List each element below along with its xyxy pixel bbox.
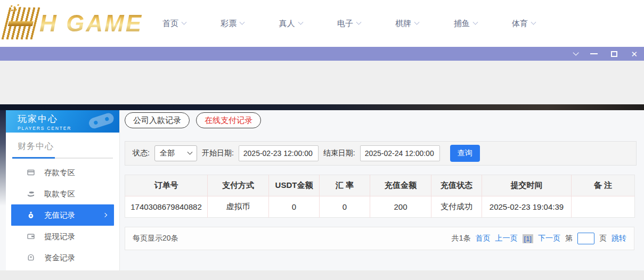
table-row: 1740308679840882 虚拟币 0 0 200 支付成功 2025-0… bbox=[125, 196, 635, 218]
chevron-right-icon bbox=[103, 213, 107, 217]
cell-order-id: 1740308679840882 bbox=[125, 196, 208, 218]
left-shadow-strip bbox=[0, 110, 6, 206]
col-remark: 备 注 bbox=[572, 175, 635, 196]
chevron-down-icon bbox=[187, 149, 192, 154]
deposit-card-icon bbox=[27, 169, 35, 176]
chevron-down-icon bbox=[472, 19, 478, 24]
chevron-down-icon bbox=[240, 19, 245, 24]
chevron-down-icon bbox=[414, 19, 420, 24]
nav-item-chess[interactable]: 棋牌 bbox=[395, 19, 419, 29]
nav-item-fishing[interactable]: 捕鱼 bbox=[454, 19, 477, 29]
cell-recharge-status: 支付成功 bbox=[431, 196, 482, 218]
start-date-input[interactable] bbox=[239, 145, 319, 161]
col-order-id: 订单号 bbox=[125, 175, 208, 196]
players-center-sidebar: 玩家中心 PLAYERS CENTER 财务中心 存款专区 取款专区 充值记录 bbox=[6, 110, 120, 270]
bottom-strip bbox=[0, 270, 644, 280]
sidebar-item-withdrawal-records[interactable]: 提现记录 bbox=[11, 226, 114, 247]
nav-item-sports[interactable]: 体育 bbox=[512, 19, 535, 29]
end-date-input[interactable] bbox=[360, 145, 440, 161]
nav-item-slots[interactable]: 电子 bbox=[337, 19, 361, 29]
prev-page-link[interactable]: 上一页 bbox=[495, 234, 518, 243]
tab-online-payment-records[interactable]: 在线支付记录 bbox=[196, 112, 261, 128]
cell-remark bbox=[572, 196, 635, 218]
pagination-controls: 共1条 首页 上一页 [1] 下一页 第 页 跳转 bbox=[452, 233, 626, 244]
sidebar-menu: 存款专区 取款专区 充值记录 提现记录 资金记录 bbox=[6, 162, 119, 268]
table-header-row: 订单号 支付方式 USDT金额 汇 率 充值金额 充值状态 提交时间 备 注 bbox=[125, 175, 635, 196]
sidebar-header: 玩家中心 PLAYERS CENTER bbox=[6, 110, 119, 133]
logo-text: H GAME bbox=[39, 7, 143, 39]
filter-bar: 状态: 全部 开始日期: 结束日期: 查询 bbox=[125, 141, 637, 166]
sidebar-section-title: 财务中心 bbox=[18, 141, 119, 152]
jump-page-input[interactable] bbox=[577, 233, 594, 244]
site-logo[interactable]: H GAME bbox=[5, 5, 143, 42]
moneybag-icon bbox=[27, 211, 35, 219]
sidebar-divider bbox=[12, 158, 113, 159]
jump-prefix-label: 第 bbox=[565, 234, 573, 243]
withdraw-hand-icon bbox=[27, 190, 35, 197]
col-usdt-amount: USDT金额 bbox=[269, 175, 320, 196]
current-page-badge: [1] bbox=[523, 234, 533, 243]
jump-action-link[interactable]: 跳转 bbox=[612, 234, 626, 243]
window-titlebar: ✕ bbox=[0, 47, 644, 61]
cell-exchange-rate: 0 bbox=[320, 196, 370, 218]
chevron-down-icon bbox=[298, 19, 303, 24]
col-pay-method: 支付方式 bbox=[208, 175, 269, 196]
top-navbar: H GAME 首页 彩票 真人 电子 棋牌 捕鱼 体育 bbox=[0, 0, 644, 47]
first-page-link[interactable]: 首页 bbox=[476, 234, 491, 243]
end-date-label: 结束日期: bbox=[323, 149, 355, 158]
sidebar-item-deposit[interactable]: 存款专区 bbox=[11, 162, 114, 183]
nav-item-lottery[interactable]: 彩票 bbox=[221, 19, 244, 29]
col-exchange-rate: 汇 率 bbox=[320, 175, 370, 196]
start-date-label: 开始日期: bbox=[202, 149, 234, 158]
maximize-icon[interactable] bbox=[611, 51, 617, 57]
cell-submit-time: 2025-02-23 19:04:39 bbox=[482, 196, 572, 218]
minimize-icon[interactable] bbox=[590, 53, 598, 54]
purse-icon bbox=[27, 254, 35, 261]
close-icon[interactable]: ✕ bbox=[631, 50, 638, 58]
sidebar-item-recharge-records[interactable]: 充值记录 bbox=[11, 204, 114, 226]
search-button[interactable]: 查询 bbox=[450, 145, 480, 162]
status-label: 状态: bbox=[133, 149, 150, 158]
per-page-label: 每页显示20条 bbox=[133, 234, 178, 243]
record-tabs: 公司入款记录 在线支付记录 bbox=[125, 112, 637, 128]
main-region: 玩家中心 PLAYERS CENTER 财务中心 存款专区 取款专区 充值记录 bbox=[0, 110, 644, 280]
chevron-down-icon bbox=[531, 19, 536, 24]
pagination-bar: 每页显示20条 共1条 首页 上一页 [1] 下一页 第 页 跳转 bbox=[125, 227, 634, 250]
nav-item-live[interactable]: 真人 bbox=[279, 19, 303, 29]
col-recharge-amount: 充值金额 bbox=[370, 175, 431, 196]
sidebar-item-withdraw-zone[interactable]: 取款专区 bbox=[11, 183, 114, 204]
chevron-down-icon bbox=[356, 19, 362, 24]
total-count: 共1条 bbox=[452, 234, 471, 243]
records-table: 订单号 支付方式 USDT金额 汇 率 充值金额 充值状态 提交时间 备 注 1… bbox=[125, 175, 635, 218]
main-nav: 首页 彩票 真人 电子 棋牌 捕鱼 体育 bbox=[162, 0, 535, 47]
logo-bars-icon bbox=[2, 7, 40, 39]
nav-item-home[interactable]: 首页 bbox=[162, 19, 186, 29]
content-area: 公司入款记录 在线支付记录 状态: 全部 开始日期: 结束日期: 查询 订单号 bbox=[125, 112, 637, 250]
banner-area bbox=[0, 61, 644, 104]
window-dropdown-icon[interactable] bbox=[573, 50, 579, 55]
cell-pay-method: 虚拟币 bbox=[208, 196, 269, 218]
cell-recharge-amount: 200 bbox=[370, 196, 431, 218]
status-select[interactable]: 全部 bbox=[154, 145, 197, 161]
banner-bottom-edge bbox=[0, 104, 644, 110]
cell-usdt-amount: 0 bbox=[269, 196, 320, 218]
chevron-down-icon bbox=[182, 19, 187, 24]
sidebar-item-funds-records[interactable]: 资金记录 bbox=[11, 247, 114, 268]
col-submit-time: 提交时间 bbox=[482, 175, 572, 196]
tab-company-deposit-records[interactable]: 公司入款记录 bbox=[125, 112, 190, 128]
wallet-icon bbox=[27, 233, 35, 240]
next-page-link[interactable]: 下一页 bbox=[538, 234, 560, 243]
col-recharge-status: 充值状态 bbox=[431, 175, 482, 196]
jump-suffix-label: 页 bbox=[599, 234, 607, 243]
